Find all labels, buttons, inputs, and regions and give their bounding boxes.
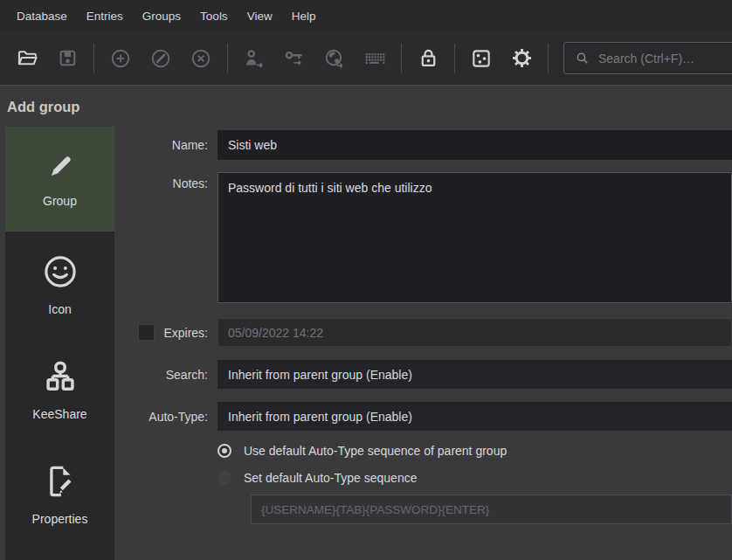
name-input[interactable] [218,130,732,160]
expires-label: Expires: [163,326,208,340]
password-generator-button[interactable] [461,38,501,79]
expires-checkbox[interactable] [138,324,155,341]
sequence-row [131,494,732,524]
page-title: Add group [7,99,725,115]
use-default-sequence-label: Use default Auto-Type sequence of parent… [244,444,507,458]
open-database-button[interactable] [7,38,47,79]
sidebar-item-group[interactable]: Group [5,127,114,232]
expires-row: Expires: [131,318,732,347]
settings-button[interactable] [501,38,542,79]
toolbar-separator [548,44,549,73]
edit-group-body: Group Icon KeeShare [0,127,732,560]
use-default-sequence-radio[interactable] [218,444,231,458]
toolbar [0,31,732,86]
add-entry-button[interactable] [100,38,141,79]
search-input[interactable] [598,52,732,66]
save-database-icon [57,47,79,69]
set-default-sequence-radio[interactable] [218,471,231,485]
perform-autotype-icon [363,47,386,70]
name-row: Name: [131,130,732,160]
edit-entry-button[interactable] [141,38,181,79]
set-default-sequence-option: Set default Auto-Type sequence [131,469,732,487]
name-label: Name: [131,138,208,152]
search-combobox-value: Inherit from parent group (Enable) [228,368,412,382]
settings-icon [510,46,534,70]
sidebar-item-label: Group [43,194,77,208]
smiley-icon [41,252,79,291]
share-hierarchy-icon [41,357,79,396]
sidebar-item-label: Icon [48,302,71,316]
toolbar-separator [227,44,228,73]
save-database-button[interactable] [47,38,87,79]
sidebar-item-label: Properties [32,512,88,526]
menu-groups[interactable]: Groups [133,2,190,31]
sidebar-item-properties[interactable]: Properties [5,441,114,546]
open-url-button[interactable] [314,38,355,79]
delete-entry-button[interactable] [181,38,221,79]
group-form: Name: Notes: Expires: Search: Inherit fr… [131,127,732,560]
search-box[interactable] [563,42,732,74]
autotype-combobox-value: Inherit from parent group (Enable) [228,410,412,424]
category-list: Group Icon KeeShare [5,127,114,560]
menu-view[interactable]: View [238,2,282,31]
copy-password-icon [283,47,306,70]
notes-label: Notes: [131,176,208,190]
copy-username-button[interactable] [234,38,274,79]
pencil-icon [45,151,76,183]
notes-row: Notes: [131,172,732,307]
open-url-icon [323,47,346,70]
menu-database[interactable]: Database [7,2,77,31]
perform-autotype-button[interactable] [355,38,395,79]
copy-password-button[interactable] [274,38,314,79]
document-edit-icon [41,462,79,501]
expires-datetime-input[interactable] [218,318,732,347]
autotype-combobox[interactable]: Inherit from parent group (Enable) [218,402,732,431]
edit-entry-icon [149,47,172,70]
lock-database-icon [417,46,440,70]
menu-tools[interactable]: Tools [190,2,238,31]
search-combobox[interactable]: Inherit from parent group (Enable) [218,360,732,389]
open-database-icon [16,46,39,70]
password-generator-icon [470,47,493,70]
set-default-sequence-label: Set default Auto-Type sequence [244,471,417,485]
copy-username-icon [243,47,266,70]
toolbar-separator [401,44,402,73]
add-entry-icon [109,47,132,70]
sidebar-item-label: KeeShare [32,407,86,421]
autotype-label: Auto-Type: [131,410,208,424]
menu-help[interactable]: Help [282,2,326,31]
keepassxc-window: Database Entries Groups Tools View Help [0,0,732,560]
lock-database-button[interactable] [408,38,448,79]
sequence-input[interactable] [251,494,732,524]
search-row: Search: Inherit from parent group (Enabl… [131,360,732,389]
toolbar-separator [454,44,455,73]
toolbar-separator [93,44,94,73]
autotype-row: Auto-Type: Inherit from parent group (En… [131,402,732,431]
sidebar-item-keeshare[interactable]: KeeShare [5,336,114,441]
delete-entry-icon [190,47,212,70]
page-header: Add group [0,86,732,127]
use-default-sequence-option: Use default Auto-Type sequence of parent… [131,442,732,460]
menu-entries[interactable]: Entries [77,2,133,31]
notes-textarea[interactable] [218,172,732,303]
menu-bar: Database Entries Groups Tools View Help [0,0,732,31]
search-icon [575,51,590,66]
sidebar-item-icon[interactable]: Icon [5,232,114,336]
search-label: Search: [131,368,208,382]
